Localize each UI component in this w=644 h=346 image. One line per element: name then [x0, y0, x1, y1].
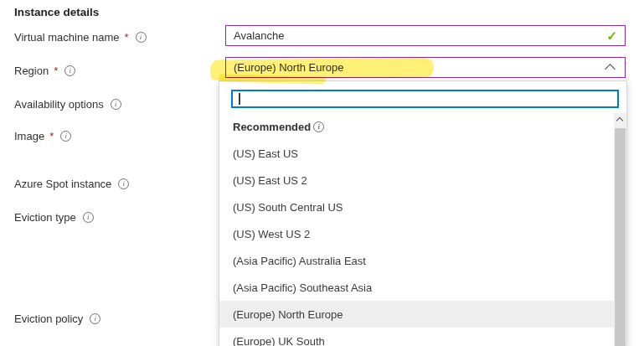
azure-spot-label: Azure Spot instance — [14, 178, 111, 190]
scrollbar-thumb[interactable] — [615, 128, 626, 346]
info-icon[interactable]: i — [83, 212, 94, 223]
image-label: Image — [14, 130, 44, 142]
eviction-type-label-row: Eviction type i — [14, 211, 94, 224]
eviction-type-label: Eviction type — [14, 211, 76, 224]
scroll-up-button[interactable] — [614, 113, 626, 127]
region-combobox[interactable]: (Europe) North Europe — [225, 57, 626, 78]
vm-name-value: Avalanche — [234, 29, 284, 42]
region-label: Region — [14, 65, 49, 77]
info-icon[interactable]: i — [60, 131, 71, 142]
availability-options-label-row: Availability options i — [14, 98, 121, 111]
region-option-southeast-asia[interactable]: (Asia Pacific) Southeast Asia — [219, 274, 614, 301]
instance-details-form: Instance details Virtual machine name * … — [0, 0, 644, 346]
region-option-list: Recommended i (US) East US (US) East US … — [219, 113, 614, 346]
required-asterisk: * — [125, 31, 129, 44]
availability-options-label: Availability options — [14, 98, 104, 111]
region-option-east-us-2[interactable]: (US) East US 2 — [219, 167, 614, 194]
region-option-uk-south[interactable]: (Europe) UK South — [219, 328, 614, 346]
eviction-policy-label: Eviction policy — [14, 312, 83, 325]
chevron-up-icon — [605, 64, 616, 75]
vm-name-input[interactable]: Avalanche ✓ — [225, 25, 626, 46]
text-caret — [239, 93, 240, 105]
region-search-input[interactable] — [231, 90, 619, 108]
info-icon[interactable]: i — [90, 313, 100, 324]
vm-name-label-row: Virtual machine name * i — [14, 31, 147, 44]
azure-spot-label-row: Azure Spot instance i — [14, 178, 129, 190]
region-option-south-central-us[interactable]: (US) South Central US — [219, 194, 614, 220]
info-icon[interactable]: i — [118, 178, 129, 189]
info-icon[interactable]: i — [313, 121, 324, 132]
required-asterisk: * — [49, 130, 54, 142]
group-header-label: Recommended — [233, 121, 311, 133]
chevron-up-icon — [616, 117, 623, 124]
image-label-row: Image * i — [14, 130, 71, 142]
required-asterisk: * — [54, 65, 58, 77]
info-icon[interactable]: i — [136, 32, 147, 43]
info-icon[interactable]: i — [64, 65, 75, 76]
info-icon[interactable]: i — [111, 99, 121, 110]
region-option-east-us[interactable]: (US) East US — [219, 140, 614, 167]
region-label-row: Region * i — [14, 65, 75, 77]
region-option-australia-east[interactable]: (Asia Pacific) Australia East — [219, 247, 614, 274]
region-option-north-europe[interactable]: (Europe) North Europe — [219, 301, 614, 328]
region-group-header-recommended: Recommended i — [219, 113, 614, 140]
region-dropdown-panel: Recommended i (US) East US (US) East US … — [219, 80, 627, 346]
dropdown-scrollbar[interactable] — [614, 113, 626, 346]
region-combobox-value: (Europe) North Europe — [234, 61, 344, 74]
section-title: Instance details — [14, 6, 99, 18]
valid-check-icon: ✓ — [606, 28, 617, 44]
region-option-west-us-2[interactable]: (US) West US 2 — [219, 220, 614, 247]
eviction-policy-label-row: Eviction policy i — [14, 312, 100, 325]
vm-name-label: Virtual machine name — [14, 31, 120, 44]
